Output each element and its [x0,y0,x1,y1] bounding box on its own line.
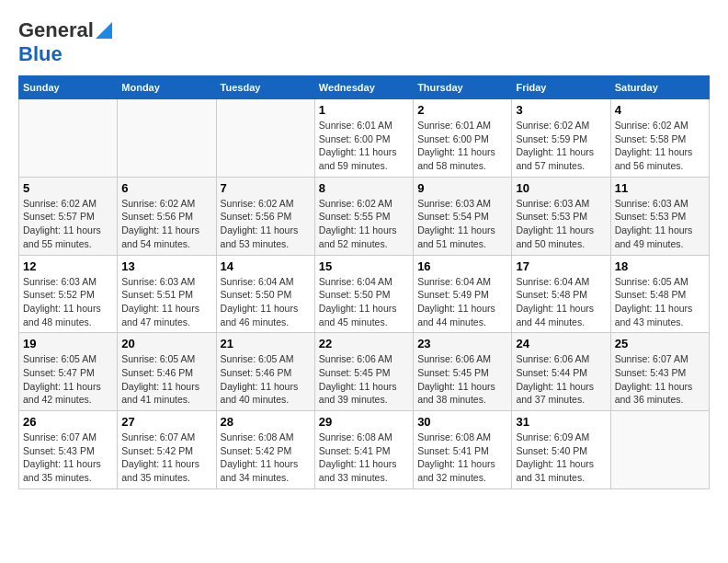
day-info: Sunrise: 6:02 AM Sunset: 5:56 PM Dayligh… [221,197,311,251]
calendar-cell [118,99,216,178]
day-info: Sunrise: 6:02 AM Sunset: 5:56 PM Dayligh… [121,197,211,251]
day-info: Sunrise: 6:09 AM Sunset: 5:40 PM Dayligh… [516,431,606,485]
day-info: Sunrise: 6:03 AM Sunset: 5:54 PM Dayligh… [417,197,507,251]
day-number: 7 [221,181,311,195]
day-number: 22 [319,337,409,350]
page-header: General Blue [18,18,710,66]
day-number: 29 [319,415,409,429]
day-number: 5 [23,181,113,195]
calendar-cell: 5Sunrise: 6:02 AM Sunset: 5:57 PM Daylig… [19,177,118,255]
day-info: Sunrise: 6:06 AM Sunset: 5:44 PM Dayligh… [516,352,606,407]
calendar-cell: 19Sunrise: 6:05 AM Sunset: 5:47 PM Dayli… [19,333,118,411]
calendar-cell: 4Sunrise: 6:02 AM Sunset: 5:58 PM Daylig… [610,99,709,178]
calendar-cell: 24Sunrise: 6:06 AM Sunset: 5:44 PM Dayli… [512,333,610,411]
calendar-week-row: 1Sunrise: 6:01 AM Sunset: 6:00 PM Daylig… [19,99,710,178]
day-info: Sunrise: 6:05 AM Sunset: 5:48 PM Dayligh… [615,275,705,329]
calendar-header: SundayMondayTuesdayWednesdayThursdayFrid… [19,76,710,99]
weekday-row: SundayMondayTuesdayWednesdayThursdayFrid… [19,76,710,99]
weekday-header-tuesday: Tuesday [216,76,314,99]
calendar-cell: 18Sunrise: 6:05 AM Sunset: 5:48 PM Dayli… [610,255,709,333]
day-number: 16 [417,259,507,273]
day-number: 9 [417,181,507,195]
calendar-cell: 30Sunrise: 6:08 AM Sunset: 5:41 PM Dayli… [414,411,512,489]
calendar-cell: 13Sunrise: 6:03 AM Sunset: 5:51 PM Dayli… [118,255,216,333]
calendar-week-row: 19Sunrise: 6:05 AM Sunset: 5:47 PM Dayli… [19,333,710,411]
day-number: 15 [319,259,409,273]
day-number: 10 [516,181,606,195]
calendar-cell: 10Sunrise: 6:03 AM Sunset: 5:53 PM Dayli… [512,177,610,255]
day-number: 4 [615,103,705,117]
day-info: Sunrise: 6:08 AM Sunset: 5:41 PM Dayligh… [417,431,507,485]
calendar-cell: 25Sunrise: 6:07 AM Sunset: 5:43 PM Dayli… [610,333,709,411]
day-number: 25 [615,337,705,350]
day-number: 2 [417,103,507,117]
day-number: 13 [121,259,211,273]
day-info: Sunrise: 6:08 AM Sunset: 5:42 PM Dayligh… [221,431,311,485]
weekday-header-friday: Friday [512,76,610,99]
day-number: 14 [221,259,311,273]
calendar-cell: 17Sunrise: 6:04 AM Sunset: 5:48 PM Dayli… [512,255,610,333]
weekday-header-saturday: Saturday [610,76,709,99]
day-info: Sunrise: 6:03 AM Sunset: 5:51 PM Dayligh… [121,275,211,329]
calendar-cell: 3Sunrise: 6:02 AM Sunset: 5:59 PM Daylig… [512,99,610,178]
calendar-cell [216,99,314,178]
calendar-cell: 9Sunrise: 6:03 AM Sunset: 5:54 PM Daylig… [414,177,512,255]
day-number: 3 [516,103,606,117]
calendar-cell: 8Sunrise: 6:02 AM Sunset: 5:55 PM Daylig… [314,177,413,255]
calendar-cell: 12Sunrise: 6:03 AM Sunset: 5:52 PM Dayli… [19,255,118,333]
day-info: Sunrise: 6:06 AM Sunset: 5:45 PM Dayligh… [319,352,409,407]
calendar-cell: 15Sunrise: 6:04 AM Sunset: 5:50 PM Dayli… [314,255,413,333]
weekday-header-monday: Monday [118,76,216,99]
calendar-cell: 22Sunrise: 6:06 AM Sunset: 5:45 PM Dayli… [314,333,413,411]
day-info: Sunrise: 6:04 AM Sunset: 5:50 PM Dayligh… [221,275,311,329]
day-number: 28 [221,415,311,429]
day-info: Sunrise: 6:05 AM Sunset: 5:46 PM Dayligh… [121,352,211,407]
day-info: Sunrise: 6:01 AM Sunset: 6:00 PM Dayligh… [417,119,507,173]
calendar-cell: 11Sunrise: 6:03 AM Sunset: 5:53 PM Dayli… [610,177,709,255]
day-number: 19 [23,337,113,350]
day-info: Sunrise: 6:03 AM Sunset: 5:52 PM Dayligh… [23,275,113,329]
logo-arrow-icon [96,22,112,39]
logo: General Blue [18,18,112,66]
day-number: 11 [615,181,705,195]
day-number: 21 [221,337,311,350]
day-info: Sunrise: 6:04 AM Sunset: 5:49 PM Dayligh… [417,275,507,329]
logo-general: General [18,18,94,42]
calendar-cell [610,411,709,489]
day-number: 20 [121,337,211,350]
calendar-body: 1Sunrise: 6:01 AM Sunset: 6:00 PM Daylig… [19,99,710,489]
calendar-cell: 29Sunrise: 6:08 AM Sunset: 5:41 PM Dayli… [314,411,413,489]
day-info: Sunrise: 6:01 AM Sunset: 6:00 PM Dayligh… [319,119,409,173]
day-number: 8 [319,181,409,195]
weekday-header-thursday: Thursday [414,76,512,99]
calendar-cell: 26Sunrise: 6:07 AM Sunset: 5:43 PM Dayli… [19,411,118,489]
day-info: Sunrise: 6:08 AM Sunset: 5:41 PM Dayligh… [319,431,409,485]
day-number: 24 [516,337,606,350]
day-number: 18 [615,259,705,273]
day-number: 6 [121,181,211,195]
calendar-cell: 14Sunrise: 6:04 AM Sunset: 5:50 PM Dayli… [216,255,314,333]
logo-blue: Blue [18,42,63,65]
day-info: Sunrise: 6:02 AM Sunset: 5:57 PM Dayligh… [23,197,113,251]
weekday-header-sunday: Sunday [19,76,118,99]
calendar-cell [19,99,118,178]
day-number: 1 [319,103,409,117]
calendar-cell: 6Sunrise: 6:02 AM Sunset: 5:56 PM Daylig… [118,177,216,255]
day-info: Sunrise: 6:02 AM Sunset: 5:59 PM Dayligh… [516,119,606,173]
calendar-cell: 27Sunrise: 6:07 AM Sunset: 5:42 PM Dayli… [118,411,216,489]
day-info: Sunrise: 6:05 AM Sunset: 5:46 PM Dayligh… [221,352,311,407]
calendar-week-row: 5Sunrise: 6:02 AM Sunset: 5:57 PM Daylig… [19,177,710,255]
day-number: 26 [23,415,113,429]
day-number: 23 [417,337,507,350]
day-number: 27 [121,415,211,429]
calendar-cell: 21Sunrise: 6:05 AM Sunset: 5:46 PM Dayli… [216,333,314,411]
calendar-cell: 1Sunrise: 6:01 AM Sunset: 6:00 PM Daylig… [314,99,413,178]
calendar-week-row: 26Sunrise: 6:07 AM Sunset: 5:43 PM Dayli… [19,411,710,489]
day-info: Sunrise: 6:03 AM Sunset: 5:53 PM Dayligh… [516,197,606,251]
day-info: Sunrise: 6:03 AM Sunset: 5:53 PM Dayligh… [615,197,705,251]
calendar-cell: 7Sunrise: 6:02 AM Sunset: 5:56 PM Daylig… [216,177,314,255]
day-info: Sunrise: 6:04 AM Sunset: 5:50 PM Dayligh… [319,275,409,329]
calendar-cell: 31Sunrise: 6:09 AM Sunset: 5:40 PM Dayli… [512,411,610,489]
day-number: 31 [516,415,606,429]
day-number: 12 [23,259,113,273]
